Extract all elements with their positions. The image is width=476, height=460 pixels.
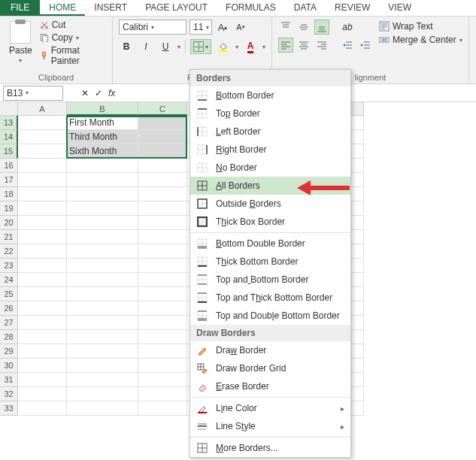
align-top-button[interactable]: [278, 20, 293, 35]
borders-button[interactable]: ▾: [190, 39, 211, 54]
cell-C31[interactable]: [138, 373, 187, 387]
cell-B33[interactable]: [67, 401, 138, 416]
fx-label[interactable]: fx: [108, 88, 115, 98]
cell-C27[interactable]: [138, 316, 187, 330]
cell-B14[interactable]: Third Month: [67, 130, 138, 144]
col-header-B[interactable]: B: [67, 102, 138, 116]
cell-A32[interactable]: [18, 387, 67, 401]
cell-C13[interactable]: [138, 116, 187, 130]
cell-B28[interactable]: [67, 330, 138, 344]
cell-B17[interactable]: [67, 173, 138, 187]
cell-A19[interactable]: [18, 201, 67, 216]
row-header[interactable]: 19: [0, 201, 18, 216]
cell-A20[interactable]: [18, 216, 67, 230]
cell-A17[interactable]: [18, 173, 67, 187]
align-middle-button[interactable]: [296, 20, 311, 35]
row-header[interactable]: 26: [0, 301, 18, 316]
cell-A16[interactable]: [18, 159, 67, 173]
cell-C18[interactable]: [138, 187, 187, 201]
row-header[interactable]: 22: [0, 244, 18, 259]
cell-A31[interactable]: [18, 373, 67, 387]
fill-color-button[interactable]: [216, 39, 231, 54]
align-bottom-button[interactable]: [314, 20, 329, 35]
cell-A22[interactable]: [18, 244, 67, 259]
cell-C22[interactable]: [138, 244, 187, 259]
row-header[interactable]: 14: [0, 130, 18, 144]
cell-B21[interactable]: [67, 230, 138, 244]
border-menu-left[interactable]: Left Border: [190, 123, 350, 141]
row-header[interactable]: 29: [0, 344, 18, 359]
cell-A30[interactable]: [18, 359, 67, 373]
cell-A29[interactable]: [18, 344, 67, 359]
cell-B24[interactable]: [67, 273, 138, 287]
tab-view[interactable]: VIEW: [379, 0, 420, 16]
cell-C16[interactable]: [138, 159, 187, 173]
cell-B13[interactable]: First Month: [67, 116, 138, 130]
cell-C21[interactable]: [138, 230, 187, 244]
draw-menu-draw[interactable]: Draw Border: [190, 341, 350, 359]
draw-menu-linecolor[interactable]: Line Color▸: [190, 399, 350, 417]
underline-button[interactable]: U: [158, 39, 173, 54]
cell-C33[interactable]: [138, 401, 187, 416]
cell-A21[interactable]: [18, 230, 67, 244]
cancel-formula-button[interactable]: ✕: [81, 88, 89, 98]
cut-button[interactable]: Cut: [40, 20, 106, 30]
orientation-button[interactable]: ab: [340, 20, 355, 35]
cell-B23[interactable]: [67, 259, 138, 273]
cell-A23[interactable]: [18, 259, 67, 273]
border-menu-all[interactable]: All Borders: [190, 177, 350, 195]
row-header[interactable]: 31: [0, 373, 18, 387]
border-menu-right[interactable]: Right Border: [190, 141, 350, 159]
decrease-font-button[interactable]: A▾: [233, 20, 248, 35]
align-left-button[interactable]: [278, 38, 293, 53]
row-header[interactable]: 16: [0, 159, 18, 173]
cell-A15[interactable]: [18, 144, 67, 159]
cell-B32[interactable]: [67, 387, 138, 401]
row-header[interactable]: 33: [0, 401, 18, 416]
cell-A25[interactable]: [18, 287, 67, 301]
tab-file[interactable]: FILE: [0, 0, 40, 16]
cell-C29[interactable]: [138, 344, 187, 359]
border-menu-bottomdouble[interactable]: Bottom Double Border: [190, 235, 350, 253]
italic-button[interactable]: I: [138, 39, 153, 54]
cell-B22[interactable]: [67, 244, 138, 259]
enter-formula-button[interactable]: ✓: [95, 88, 102, 98]
copy-button[interactable]: Copy ▾: [40, 32, 106, 43]
row-header[interactable]: 28: [0, 330, 18, 344]
font-name-combo[interactable]: Calibri▾: [119, 20, 186, 35]
cell-B19[interactable]: [67, 201, 138, 216]
col-header-C[interactable]: C: [138, 102, 187, 116]
bold-button[interactable]: B: [119, 39, 134, 54]
decrease-indent-button[interactable]: [340, 38, 355, 53]
cell-C20[interactable]: [138, 216, 187, 230]
cell-C14[interactable]: [138, 130, 187, 144]
align-center-button[interactable]: [296, 38, 311, 53]
row-header[interactable]: 13: [0, 116, 18, 130]
border-menu-thickbox[interactable]: Thick Box Border: [190, 213, 350, 231]
tab-home[interactable]: HOME: [40, 0, 85, 16]
border-menu-outside[interactable]: Outside Borders: [190, 195, 350, 213]
border-menu-bottom[interactable]: Bottom Border: [190, 86, 350, 104]
font-size-combo[interactable]: 11▾: [189, 20, 212, 35]
cell-A26[interactable]: [18, 301, 67, 316]
cell-B15[interactable]: Sixth Month: [67, 144, 138, 159]
draw-menu-linestyle[interactable]: Line Style▸: [190, 417, 350, 435]
cell-A18[interactable]: [18, 187, 67, 201]
row-header[interactable]: 32: [0, 387, 18, 401]
cell-C25[interactable]: [138, 287, 187, 301]
row-header[interactable]: 18: [0, 187, 18, 201]
cell-C26[interactable]: [138, 301, 187, 316]
row-header[interactable]: 24: [0, 273, 18, 287]
row-header[interactable]: 20: [0, 216, 18, 230]
cell-B16[interactable]: [67, 159, 138, 173]
row-header[interactable]: 21: [0, 230, 18, 244]
cell-C32[interactable]: [138, 387, 187, 401]
cell-B26[interactable]: [67, 301, 138, 316]
format-painter-button[interactable]: Format Painter: [40, 45, 106, 66]
cell-B27[interactable]: [67, 316, 138, 330]
merge-center-button[interactable]: Merge & Center ▾: [379, 35, 462, 45]
cell-C28[interactable]: [138, 330, 187, 344]
select-all-corner[interactable]: [0, 102, 18, 116]
col-header-A[interactable]: A: [18, 102, 67, 116]
cell-A24[interactable]: [18, 273, 67, 287]
